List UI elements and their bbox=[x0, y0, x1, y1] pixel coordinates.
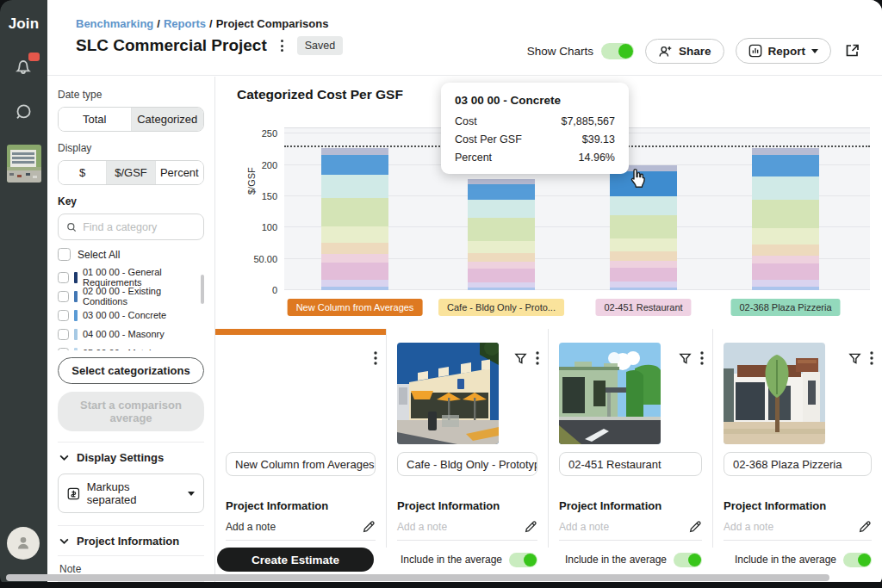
title-menu-button[interactable] bbox=[276, 37, 289, 54]
project-name-field[interactable]: Cafe - Bldg Only - Prototype bbox=[397, 452, 537, 476]
card-filter-button[interactable] bbox=[679, 352, 692, 365]
add-note-row[interactable]: Add a note bbox=[226, 520, 376, 541]
bar-segment[interactable] bbox=[752, 280, 819, 287]
report-button[interactable]: Report bbox=[736, 38, 832, 64]
card-menu-button[interactable] bbox=[536, 351, 539, 365]
select-all-checkbox[interactable] bbox=[58, 248, 71, 261]
bar-segment[interactable] bbox=[468, 218, 535, 240]
bar-segment[interactable] bbox=[752, 200, 819, 228]
stacked-bar[interactable] bbox=[752, 148, 819, 290]
pencil-icon-wrap[interactable] bbox=[524, 520, 537, 534]
bar-segment[interactable] bbox=[321, 155, 388, 175]
category-key-row[interactable]: 01 00 00 - General Requirements bbox=[58, 268, 204, 287]
project-info-field-row[interactable]: Location bbox=[58, 581, 204, 582]
bar-segment[interactable] bbox=[321, 280, 388, 287]
show-charts-toggle[interactable] bbox=[601, 43, 634, 59]
bar-segment[interactable] bbox=[468, 241, 535, 254]
card-menu-button[interactable] bbox=[870, 351, 873, 365]
user-avatar[interactable] bbox=[7, 527, 40, 560]
date-type-option[interactable]: Total bbox=[59, 108, 131, 131]
bar-segment[interactable] bbox=[321, 148, 388, 155]
bar-segment[interactable] bbox=[468, 253, 535, 262]
category-checkbox[interactable] bbox=[58, 329, 69, 340]
bar-segment[interactable] bbox=[321, 226, 388, 243]
category-key-row[interactable]: 02 00 00 - Existing Conditions bbox=[58, 287, 204, 306]
bar-segment[interactable] bbox=[321, 243, 388, 254]
add-note-row[interactable]: Add a note bbox=[559, 520, 702, 541]
include-average-toggle[interactable] bbox=[674, 553, 702, 567]
date-type-option[interactable]: Categorized bbox=[131, 108, 204, 131]
pencil-icon-wrap[interactable] bbox=[362, 520, 376, 534]
bar-chip-label[interactable]: New Column from Averages bbox=[288, 299, 423, 316]
bar-segment[interactable] bbox=[752, 256, 819, 263]
bar-segment[interactable] bbox=[468, 200, 535, 218]
bar-segment[interactable] bbox=[610, 288, 677, 290]
bar-segment[interactable] bbox=[752, 155, 819, 176]
markups-dropdown[interactable]: Markups separated bbox=[58, 473, 204, 513]
create-estimate-button[interactable]: Create Estimate bbox=[217, 548, 374, 572]
key-list-scrollbar[interactable] bbox=[201, 275, 204, 304]
category-checkbox[interactable] bbox=[58, 348, 69, 351]
bar-chip-label[interactable]: Cafe - Bldg Only - Proto... bbox=[438, 299, 564, 316]
add-note-row[interactable]: Add a note bbox=[724, 520, 872, 541]
card-menu-button[interactable] bbox=[374, 351, 377, 365]
bar-segment[interactable] bbox=[610, 215, 677, 238]
card-menu-button[interactable] bbox=[700, 351, 704, 365]
pencil-icon-wrap[interactable] bbox=[688, 520, 702, 534]
bar-segment[interactable] bbox=[752, 263, 819, 280]
bar-segment[interactable] bbox=[468, 288, 535, 290]
select-categorizations-button[interactable]: Select categorizations bbox=[58, 357, 204, 384]
bar-segment[interactable] bbox=[610, 238, 677, 251]
start-comparison-average-button[interactable]: Start a comparison average bbox=[58, 392, 204, 431]
horizontal-scrollbar[interactable] bbox=[6, 574, 829, 581]
bar-segment[interactable] bbox=[610, 261, 677, 268]
card-filter-button[interactable] bbox=[514, 352, 527, 365]
card-filter-button[interactable] bbox=[848, 352, 861, 365]
bar-segment[interactable] bbox=[468, 269, 535, 282]
project-name-field[interactable]: 02-368 Plaza Pizzeria bbox=[724, 452, 872, 476]
project-information-section[interactable]: Project Information bbox=[58, 525, 204, 555]
category-checkbox[interactable] bbox=[58, 272, 69, 283]
select-all-row[interactable]: Select All bbox=[58, 248, 204, 261]
bar-segment[interactable] bbox=[752, 244, 819, 256]
bar-segment[interactable] bbox=[610, 196, 677, 216]
search-rail-button[interactable] bbox=[12, 102, 36, 126]
include-average-toggle[interactable] bbox=[843, 553, 872, 567]
bar-chip-label[interactable]: 02-368 Plaza Pizzeria bbox=[730, 299, 840, 316]
display-option[interactable]: $ bbox=[59, 161, 106, 184]
add-note-row[interactable]: Add a note bbox=[397, 520, 537, 541]
share-button[interactable]: Share bbox=[645, 39, 724, 64]
category-search[interactable] bbox=[58, 214, 204, 240]
stacked-bar[interactable] bbox=[468, 179, 535, 290]
bar-segment[interactable] bbox=[752, 176, 819, 200]
bar-segment[interactable] bbox=[321, 254, 388, 263]
display-option[interactable]: $/GSF bbox=[106, 161, 154, 184]
stacked-bar[interactable] bbox=[321, 148, 388, 290]
display-settings-section[interactable]: Display Settings bbox=[58, 442, 204, 472]
bar-segment[interactable] bbox=[321, 198, 388, 226]
pencil-icon-wrap[interactable] bbox=[858, 520, 872, 534]
bar-segment[interactable] bbox=[610, 268, 677, 282]
bar-segment[interactable] bbox=[321, 175, 388, 198]
bar-chip-label[interactable]: 02-451 Restaurant bbox=[595, 299, 691, 316]
project-name-field[interactable]: 02-451 Restaurant bbox=[559, 452, 702, 476]
category-key-row[interactable]: 04 00 00 - Masonry bbox=[58, 325, 204, 344]
category-key-row[interactable]: 03 00 00 - Concrete bbox=[58, 306, 204, 325]
category-key-row[interactable]: 05 00 00 - Metals bbox=[58, 344, 204, 350]
project-name-field[interactable]: New Column from Averages bbox=[226, 452, 376, 476]
include-average-toggle[interactable] bbox=[509, 553, 537, 567]
display-option[interactable]: Percent bbox=[155, 161, 203, 184]
bar-segment[interactable] bbox=[610, 251, 677, 261]
bar-segment[interactable] bbox=[468, 262, 535, 269]
bar-segment[interactable] bbox=[752, 287, 819, 290]
category-checkbox[interactable] bbox=[58, 310, 69, 321]
export-button[interactable] bbox=[842, 41, 861, 60]
project-thumbnail[interactable] bbox=[7, 145, 41, 183]
category-checkbox[interactable] bbox=[58, 291, 69, 302]
breadcrumb-item[interactable]: Benchmarking bbox=[76, 17, 153, 30]
notifications-button[interactable] bbox=[12, 55, 36, 79]
breadcrumb-item[interactable]: Reports bbox=[164, 17, 206, 30]
bar-segment[interactable] bbox=[321, 287, 388, 290]
bar-segment[interactable] bbox=[752, 148, 819, 155]
bar-segment[interactable] bbox=[321, 263, 388, 280]
